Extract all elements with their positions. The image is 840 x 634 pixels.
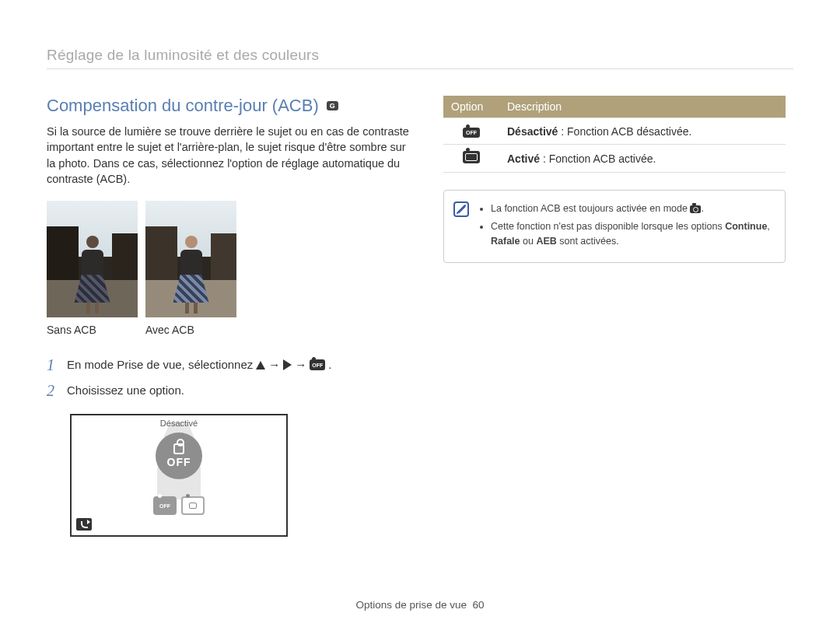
note-line-2: Cette fonction n'est pas disponible lors…: [491, 219, 772, 249]
caption-with-acb: Avec ACB: [145, 324, 236, 336]
opt-desc-on: Activé : Fonction ACB activée.: [499, 145, 786, 173]
example-photos: [47, 201, 412, 317]
option-table: Option Description OFF Désactivé : Fonct…: [443, 96, 786, 173]
opt-on-bold: Activé: [507, 152, 540, 165]
note2-comma: ,: [767, 221, 769, 232]
table-row: Activé : Fonction ACB activée.: [443, 145, 786, 173]
caption-without-acb: Sans ACB: [47, 324, 138, 336]
page-header-title: Réglage de la luminosité et des couleurs: [47, 47, 793, 64]
note1-pre: La fonction ACB est toujours activée en …: [491, 203, 690, 214]
photo-captions: Sans ACB Avec ACB: [47, 324, 412, 336]
opt-on-rest: : Fonction ACB activée.: [540, 152, 656, 165]
note2-post: sont activées.: [557, 236, 619, 247]
section-title: Compensation du contre-jour (ACB) G: [47, 96, 412, 116]
acb-off-icon: OFF: [310, 359, 325, 370]
section-title-text: Compensation du contre-jour (ACB): [47, 96, 319, 116]
th-description: Description: [499, 96, 786, 118]
acb-option-off[interactable]: OFF: [153, 496, 177, 515]
right-column: Option Description OFF Désactivé : Fonct…: [443, 96, 786, 537]
left-column: Compensation du contre-jour (ACB) G Si l…: [47, 96, 412, 537]
acb-on-icon: [463, 151, 480, 163]
section-body: Si la source de lumière se trouve derriè…: [47, 124, 412, 187]
note-icon: [453, 201, 469, 217]
header-divider: [47, 68, 793, 69]
step-1-text: En mode Prise de vue, sélectionnez → → O…: [67, 356, 331, 374]
note1-post: .: [701, 203, 703, 214]
step-number: 1: [47, 356, 58, 374]
opt-off-rest: : Fonction ACB désactivée.: [558, 125, 691, 138]
footer-page-number: 60: [473, 599, 485, 611]
steps-list: 1 En mode Prise de vue, sélectionnez → →…: [47, 356, 412, 400]
nav-up-icon: [256, 361, 265, 370]
page-footer: Options de prise de vue 60: [0, 599, 840, 611]
acb-off-icon: OFF: [463, 128, 480, 138]
camera-screen-preview: Désactivé OFF OFF: [70, 414, 288, 537]
step-1-dot: .: [328, 356, 331, 374]
step-1-prefix: En mode Prise de vue, sélectionnez: [67, 356, 253, 374]
nav-right-icon: [283, 359, 292, 370]
acb-status-label: Désactivé: [160, 419, 198, 428]
back-button[interactable]: [76, 518, 92, 531]
note2-continue: Continue: [725, 221, 767, 232]
note2-pre: Cette fonction n'est pas disponible lors…: [491, 221, 725, 232]
camera-icon: [690, 205, 701, 213]
opt-icon-off-cell: OFF: [443, 118, 499, 145]
step-number: 2: [47, 382, 58, 400]
note-box: La fonction ACB est toujours activée en …: [443, 190, 786, 263]
opt-off-bold: Désactivé: [507, 125, 558, 138]
th-option: Option: [443, 96, 499, 118]
photo-with-acb: [145, 201, 236, 317]
note2-rafale: Rafale: [491, 236, 520, 247]
back-arrow-icon: [81, 521, 88, 528]
camera-mode-icon: G: [327, 101, 338, 110]
off-text: OFF: [167, 456, 191, 468]
acb-option-on[interactable]: [181, 496, 205, 515]
note2-or: ou: [520, 236, 537, 247]
step-2: 2 Choisissez une option.: [47, 382, 412, 400]
table-row: OFF Désactivé : Fonction ACB désactivée.: [443, 118, 786, 145]
step-2-text: Choisissez une option.: [67, 382, 184, 400]
footer-section: Options de prise de vue: [355, 599, 467, 611]
acb-off-indicator-large: OFF: [156, 433, 202, 479]
arrow-2: →: [295, 356, 306, 374]
photo-without-acb: [47, 201, 138, 317]
note2-aeb: AEB: [536, 236, 556, 247]
content-columns: Compensation du contre-jour (ACB) G Si l…: [47, 96, 793, 537]
opt-icon-on-cell: [443, 145, 499, 173]
acb-option-row: OFF: [153, 496, 205, 515]
step-1: 1 En mode Prise de vue, sélectionnez → →…: [47, 356, 412, 374]
opt-desc-off: Désactivé : Fonction ACB désactivée.: [499, 118, 786, 145]
arrow-1: →: [268, 356, 280, 374]
note-line-1: La fonction ACB est toujours activée en …: [491, 201, 772, 216]
